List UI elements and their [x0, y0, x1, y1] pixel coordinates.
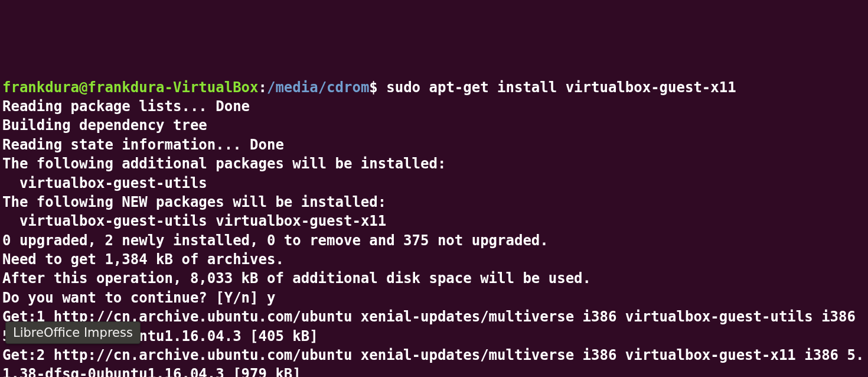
output-line: Reading state information... Done: [2, 136, 284, 153]
tooltip-libreoffice-impress: LibreOffice Impress: [5, 321, 141, 344]
prompt-user-host: frankdura@frankdura-VirtualBox: [2, 79, 258, 96]
output-line: The following NEW packages will be insta…: [2, 194, 386, 210]
output-line: virtualbox-guest-utils virtualbox-guest-…: [2, 213, 386, 229]
prompt-sep: :: [258, 79, 266, 96]
output-line: Do you want to continue? [Y/n] y: [2, 290, 275, 306]
terminal-window[interactable]: frankdura@frankdura-VirtualBox:/media/cd…: [2, 78, 866, 377]
output-line: Building dependency tree: [2, 117, 207, 134]
command-input[interactable]: sudo apt-get install virtualbox-guest-x1…: [378, 79, 736, 96]
output-line: 0 upgraded, 2 newly installed, 0 to remo…: [2, 232, 549, 249]
prompt-sigil: $: [369, 79, 377, 96]
output-line: virtualbox-guest-utils: [2, 175, 207, 191]
output-line: Need to get 1,384 kB of archives.: [2, 251, 284, 268]
output-line: After this operation, 8,033 kB of additi…: [2, 270, 591, 287]
output-line: The following additional packages will b…: [2, 155, 446, 172]
output-line: Reading package lists... Done: [2, 98, 250, 115]
output-line: Get:2 http://cn.archive.ubuntu.com/ubunt…: [2, 347, 864, 377]
prompt-path: /media/cdrom: [267, 79, 369, 96]
